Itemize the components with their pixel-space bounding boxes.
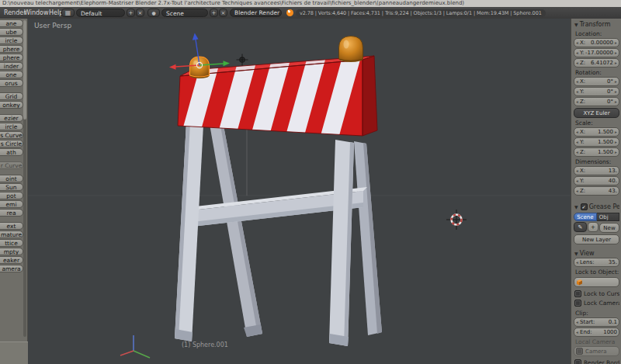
stepper-left-icon[interactable]: ◂ (575, 61, 579, 65)
stepper-left-icon[interactable]: ◂ (575, 50, 579, 55)
stepper-right-icon[interactable]: ▸ (614, 89, 618, 94)
stepper-left-icon[interactable]: ◂ (575, 140, 579, 144)
stepper-left-icon[interactable]: ◂ (575, 179, 579, 183)
stepper-left-icon[interactable]: ◂ (575, 99, 579, 104)
stepper-right-icon[interactable]: ▸ (614, 79, 618, 84)
scene-type-button[interactable]: ● (147, 9, 160, 17)
scene-close-button[interactable]: × (219, 9, 227, 17)
lamp-right[interactable] (339, 36, 363, 63)
stepper-left-icon[interactable]: ◂ (575, 79, 579, 84)
stepper-right-icon[interactable]: ▸ (614, 61, 618, 65)
stepper-right-icon[interactable]: ▸ (614, 40, 618, 45)
dimensions-z-field[interactable]: ◂Z:43. (574, 186, 619, 196)
layout-add-button[interactable]: + (127, 9, 135, 17)
render-border-checkbox[interactable] (574, 359, 581, 364)
shelf-button-phere[interactable]: phere (0, 45, 23, 53)
transform-gizmo[interactable] (169, 33, 230, 70)
dimensions-y-field[interactable]: ◂Y:40. (574, 176, 619, 185)
shelf-button-sun[interactable]: Sun (0, 183, 23, 191)
shelf-button-amera[interactable]: amera (0, 265, 23, 272)
draw-pencil-button[interactable]: ✎ (574, 222, 587, 232)
shelf-button-orus[interactable]: orus (0, 79, 23, 87)
gizmo-z-arrowhead[interactable] (193, 33, 199, 40)
lens-field[interactable]: ◂Lens:35. (574, 258, 619, 267)
location-x-field[interactable]: ◂X:0.00000▸ (574, 38, 619, 47)
transform-section-header[interactable]: ▼Transform (574, 19, 619, 29)
lock-camera-checkbox[interactable] (574, 300, 581, 307)
view-section-header[interactable]: ▼View (574, 248, 619, 258)
dimensions-x-field[interactable]: ◂X:13. (574, 166, 619, 175)
lock-to-cursor-checkbox[interactable] (574, 290, 581, 297)
rotation-x-field[interactable]: ◂X:0°▸ (574, 77, 619, 86)
scene-selector[interactable]: Scene (161, 9, 208, 17)
stepper-left-icon[interactable]: ◂ (575, 320, 579, 324)
scale-y-field[interactable]: ◂Y:1.500▸ (574, 137, 619, 147)
screen-layout-selector[interactable]: Default (76, 9, 125, 17)
stepper-left-icon[interactable]: ◂ (575, 40, 579, 45)
location-y-field[interactable]: ◂Y:-17.00000▸ (574, 48, 619, 57)
lamp-left-selected[interactable] (190, 57, 210, 78)
clip-start-field[interactable]: ◂Start:0.1 (574, 317, 619, 327)
viewport-canvas[interactable] (28, 19, 571, 364)
shelf-button-rea[interactable]: rea (0, 209, 23, 217)
scale-z-field[interactable]: ◂Z:1.500▸ (574, 147, 619, 157)
shelf-button-oint[interactable]: oint (0, 175, 23, 182)
shelf-button-ath[interactable]: ath (0, 148, 23, 156)
scale-x-field[interactable]: ◂X:1.500▸ (574, 127, 619, 137)
add-button[interactable]: + (588, 222, 598, 232)
shelf-button-emi[interactable]: emi (0, 200, 23, 208)
shelf-button-ane[interactable]: ane (0, 19, 23, 27)
shelf-button-inder[interactable]: inder (0, 62, 23, 70)
menu-render[interactable]: Render (4, 7, 26, 19)
gizmo-y-arrowhead[interactable] (224, 61, 231, 66)
gizmo-x-arrowhead[interactable] (169, 64, 176, 70)
shelf-button-eaker[interactable]: eaker (0, 256, 23, 264)
editor-type-button[interactable]: ▦ (61, 9, 75, 17)
layout-close-button[interactable]: × (136, 9, 144, 17)
3d-viewport[interactable]: User Persp (1) Sphere.001 (28, 19, 571, 364)
tab-scene[interactable]: Scene (574, 213, 597, 221)
tool-shelf-scrollbar[interactable] (23, 20, 26, 337)
stepper-left-icon[interactable]: ◂ (575, 168, 579, 173)
shelf-button-ube[interactable]: ube (0, 28, 23, 36)
shelf-button-ircle[interactable]: ircle (0, 36, 23, 44)
location-z-field[interactable]: ◂Z:6.41072▸ (574, 58, 619, 68)
grease-pencil-section-header[interactable]: ▼✓Grease Pencil (574, 202, 619, 211)
shelf-button-grid[interactable]: Grid (0, 92, 23, 100)
shelf-button-onkey[interactable]: onkey (0, 101, 23, 109)
stepper-right-icon[interactable]: ▸ (614, 99, 618, 104)
stepper-right-icon[interactable]: ▸ (614, 130, 618, 134)
gp-new-button[interactable]: New (599, 223, 619, 233)
new-layer-button[interactable]: New Layer (574, 234, 619, 244)
stepper-left-icon[interactable]: ◂ (575, 189, 579, 193)
tab-object[interactable]: Obj (597, 213, 619, 221)
shelf-button-ircle[interactable]: ircle (0, 123, 23, 130)
scene-add-button[interactable]: + (210, 9, 218, 17)
grease-pencil-checkbox[interactable]: ✓ (581, 203, 588, 210)
stepper-left-icon[interactable]: ◂ (575, 260, 579, 265)
lock-camera-row[interactable]: Lock Camera to View (574, 300, 619, 307)
render-engine-selector[interactable]: Blender Render ⇕ (230, 9, 282, 17)
scrollbar-thumb[interactable] (23, 20, 26, 120)
render-border-row[interactable]: Render Border (574, 359, 619, 364)
rotation-mode-button[interactable]: XYZ Euler (574, 108, 619, 118)
stepper-right-icon[interactable]: ▸ (614, 150, 618, 154)
stepper-left-icon[interactable]: ◂ (575, 89, 579, 94)
shelf-button-phere[interactable]: phere (0, 54, 23, 61)
shelf-button-pot[interactable]: pot (0, 192, 23, 199)
shelf-button-mpty[interactable]: mpty (0, 248, 23, 255)
stepper-left-icon[interactable]: ◂ (575, 130, 579, 134)
shelf-button-one[interactable]: one (0, 71, 23, 78)
stepper-left-icon[interactable]: ◂ (575, 330, 579, 335)
shelf-button-s-circle[interactable]: s Circle (0, 140, 23, 147)
rotation-y-field[interactable]: ◂Y:0°▸ (574, 87, 619, 96)
shelf-button-mature[interactable]: mature (0, 231, 23, 238)
rotation-z-field[interactable]: ◂Z:0°▸ (574, 97, 619, 106)
stepper-right-icon[interactable]: ▸ (614, 50, 618, 55)
lock-object-field[interactable] (574, 277, 619, 287)
stepper-left-icon[interactable]: ◂ (575, 150, 579, 154)
shelf-button-ttice[interactable]: ttice (0, 239, 23, 247)
menu-window[interactable]: Window (24, 7, 49, 19)
lock-to-cursor-row[interactable]: Lock to Cursor (574, 290, 619, 297)
stepper-right-icon[interactable]: ▸ (614, 140, 618, 144)
